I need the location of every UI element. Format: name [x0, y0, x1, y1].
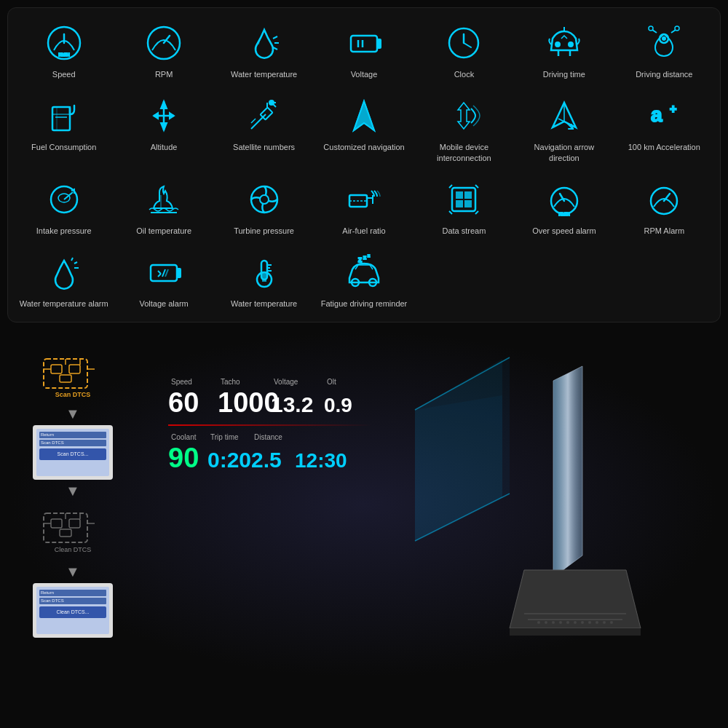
water-alarm-label: Water temperature alarm: [20, 298, 108, 309]
nav-arrow-icon: [542, 94, 586, 138]
svg-rect-22: [52, 107, 70, 130]
hud-label-coolant: Coolant: [171, 433, 203, 441]
hud-value-speed: 60: [168, 387, 205, 419]
hud-label-trip: Trip time: [210, 433, 247, 441]
svg-line-64: [165, 269, 168, 277]
feature-water-alarm: Water temperature alarm: [15, 245, 112, 314]
svg-point-19: [662, 37, 665, 40]
dtc-flow: Scan DTCS ▼ Return Scan DTCS Scan DTCS..…: [29, 344, 116, 638]
driving-time-label: Driving time: [543, 69, 585, 79]
voltage-alarm-icon: [142, 250, 186, 294]
driving-distance-icon: [642, 21, 686, 65]
clock-label: Clock: [454, 69, 475, 79]
feature-data-stream: Data stream: [416, 172, 513, 242]
feature-speed: KM/H Speed: [15, 15, 112, 85]
feature-fuel: Fuel Consumption: [15, 88, 112, 169]
feature-air-fuel: Air-fuel ratio: [315, 172, 412, 242]
feature-over-speed: KM/H Over speed alarm: [515, 172, 612, 242]
intake-icon: [42, 178, 86, 221]
empty-slot-3: [616, 245, 713, 314]
feature-nav-arrow: Navigation arrow direction: [515, 88, 612, 169]
100km-label: 100 km Acceleration: [628, 142, 700, 152]
oil-temp-label: Oil temperature: [136, 226, 191, 236]
dtc-screen1-btn[interactable]: Scan DTCS...: [39, 448, 106, 460]
svg-point-20: [649, 26, 653, 31]
svg-text:KM/H: KM/H: [558, 212, 569, 216]
feature-turbine: Turbine pressure: [215, 172, 312, 242]
svg-rect-53: [465, 201, 471, 207]
rpm-icon: [142, 21, 186, 65]
feature-100km: a + 100 km Acceleration: [616, 88, 713, 169]
hud-display: Speed Tacho Voltage Olt 60 1000 13.2 0.9…: [157, 366, 411, 486]
voltage-icon: [342, 21, 386, 65]
svg-marker-31: [154, 113, 158, 119]
hud-label-olt: Olt: [327, 378, 356, 386]
svg-line-39: [251, 119, 256, 123]
svg-text:KM/H: KM/H: [58, 52, 69, 57]
feature-clock: Clock: [416, 15, 513, 85]
satellite-icon: [242, 94, 286, 138]
fuel-label: Fuel Consumption: [31, 142, 96, 152]
mobile-icon: [442, 94, 486, 138]
dtc-arrow-1: ▼: [66, 405, 80, 422]
speed-label: Speed: [52, 69, 76, 79]
hud-value-clock: 12:30: [295, 449, 339, 472]
svg-marker-28: [161, 101, 167, 108]
water-temp-label: Water temperature: [231, 69, 297, 79]
dtc-clean-step: Clean DTCS: [29, 502, 116, 561]
svg-point-15: [555, 42, 560, 47]
hud-device-area: [466, 352, 684, 643]
nav-icon: [342, 94, 386, 138]
bottom-section: Scan DTCS ▼ Return Scan DTCS Scan DTCS..…: [7, 330, 721, 679]
fatigue-icon: z z z: [342, 250, 386, 294]
feature-driving-time: Driving time: [515, 15, 612, 85]
svg-point-108: [588, 621, 591, 624]
feature-altitude: Altitude: [115, 88, 212, 169]
oil-temp-icon: [142, 178, 186, 221]
svg-marker-32: [170, 113, 174, 119]
over-speed-label: Over speed alarm: [532, 226, 596, 236]
svg-point-106: [574, 621, 577, 624]
rpm-alarm-icon: [642, 178, 686, 221]
svg-point-104: [559, 621, 562, 624]
svg-point-105: [566, 621, 569, 624]
over-speed-icon: KM/H: [542, 178, 586, 221]
altitude-label: Altitude: [151, 142, 178, 152]
dtc-screen2-btn[interactable]: Clean DTCS...: [39, 606, 106, 618]
mobile-label: Mobile device interconnection: [419, 142, 510, 163]
voltage-alarm-label: Voltage alarm: [140, 298, 189, 309]
feature-voltage-alarm: Voltage alarm: [115, 245, 212, 314]
svg-text:z: z: [363, 254, 366, 261]
driving-time-icon: [542, 21, 586, 65]
svg-text:a: a: [651, 103, 662, 126]
clock-icon: [442, 21, 486, 65]
speed-icon: KM/H: [42, 21, 86, 65]
svg-line-63: [162, 269, 165, 277]
svg-point-111: [610, 621, 613, 624]
svg-rect-77: [51, 365, 62, 373]
rpm-label: RPM: [155, 69, 173, 79]
hud-divider: [168, 424, 372, 426]
svg-text:z: z: [368, 253, 370, 258]
feature-rpm: RPM: [115, 15, 212, 85]
dtc-scan-engine-icon: Scan DTCS: [29, 344, 116, 403]
turbine-label: Turbine pressure: [234, 226, 294, 236]
hud-label-speed: Speed: [171, 378, 207, 386]
hud-value-distance: 2.5: [251, 448, 288, 472]
svg-point-16: [569, 42, 573, 47]
water-temp2-icon: [242, 250, 286, 294]
hud-value-coolant: 90: [168, 443, 200, 474]
hud-label-empty: [298, 433, 327, 441]
empty-slot-2: [515, 245, 612, 314]
driving-distance-label: Driving distance: [636, 69, 692, 79]
feature-voltage: Voltage: [315, 15, 412, 85]
dtc-arrow-3: ▼: [66, 563, 80, 580]
feature-oil-temp: Oil temperature: [115, 172, 212, 242]
svg-point-21: [675, 26, 679, 31]
svg-point-110: [603, 621, 606, 624]
svg-rect-87: [69, 519, 80, 528]
svg-text:Scan DTCS: Scan DTCS: [55, 391, 91, 398]
svg-marker-40: [354, 101, 374, 130]
feature-grid-section: KM/H Speed RPM Water temperature: [7, 7, 721, 323]
feature-water-temp2: Water temperature: [215, 245, 312, 314]
